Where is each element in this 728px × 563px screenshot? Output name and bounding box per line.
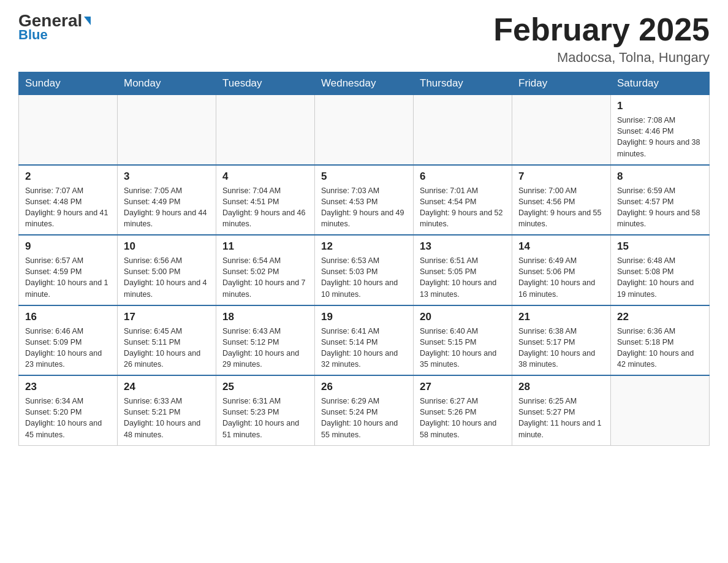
calendar-cell: 2Sunrise: 7:07 AMSunset: 4:48 PMDaylight…	[19, 165, 118, 236]
calendar-cell: 6Sunrise: 7:01 AMSunset: 4:54 PMDaylight…	[414, 165, 512, 236]
calendar-cell: 9Sunrise: 6:57 AMSunset: 4:59 PMDaylight…	[19, 235, 118, 305]
page-header: General Blue February 2025 Madocsa, Toln…	[18, 12, 710, 66]
title-section: February 2025 Madocsa, Tolna, Hungary	[493, 12, 710, 66]
day-info: Sunrise: 6:40 AMSunset: 5:15 PMDaylight:…	[420, 326, 506, 370]
day-number: 25	[222, 381, 308, 393]
calendar-week-row: 2Sunrise: 7:07 AMSunset: 4:48 PMDaylight…	[19, 165, 710, 236]
day-info: Sunrise: 6:57 AMSunset: 4:59 PMDaylight:…	[25, 255, 111, 300]
calendar-cell: 8Sunrise: 6:59 AMSunset: 4:57 PMDaylight…	[611, 165, 710, 236]
day-number: 1	[617, 100, 703, 112]
day-info: Sunrise: 7:04 AMSunset: 4:51 PMDaylight:…	[222, 185, 308, 230]
day-number: 22	[617, 311, 703, 323]
day-info: Sunrise: 6:59 AMSunset: 4:57 PMDaylight:…	[617, 185, 703, 230]
day-number: 16	[25, 311, 111, 323]
day-number: 20	[420, 311, 506, 323]
day-info: Sunrise: 6:36 AMSunset: 5:18 PMDaylight:…	[617, 326, 703, 370]
calendar-cell	[414, 95, 512, 165]
logo-bottom: Blue	[18, 27, 48, 43]
day-info: Sunrise: 7:08 AMSunset: 4:46 PMDaylight:…	[617, 115, 703, 159]
calendar-cell: 19Sunrise: 6:41 AMSunset: 5:14 PMDayligh…	[315, 305, 414, 376]
day-info: Sunrise: 6:27 AMSunset: 5:26 PMDaylight:…	[420, 396, 506, 440]
calendar-cell: 23Sunrise: 6:34 AMSunset: 5:20 PMDayligh…	[19, 375, 118, 445]
day-number: 9	[25, 240, 111, 253]
day-number: 24	[124, 381, 210, 393]
logo: General Blue	[18, 12, 91, 43]
day-number: 3	[124, 170, 210, 183]
calendar-cell: 16Sunrise: 6:46 AMSunset: 5:09 PMDayligh…	[19, 305, 118, 376]
calendar-day-header: Saturday	[611, 72, 710, 95]
day-info: Sunrise: 6:41 AMSunset: 5:14 PMDaylight:…	[321, 326, 407, 370]
calendar-cell: 13Sunrise: 6:51 AMSunset: 5:05 PMDayligh…	[414, 235, 512, 305]
day-info: Sunrise: 6:56 AMSunset: 5:00 PMDaylight:…	[124, 255, 210, 300]
calendar-cell: 25Sunrise: 6:31 AMSunset: 5:23 PMDayligh…	[216, 375, 315, 445]
day-info: Sunrise: 6:54 AMSunset: 5:02 PMDaylight:…	[222, 255, 308, 300]
calendar-cell	[118, 95, 216, 165]
day-number: 14	[518, 240, 604, 253]
day-info: Sunrise: 6:53 AMSunset: 5:03 PMDaylight:…	[321, 255, 407, 300]
day-info: Sunrise: 6:48 AMSunset: 5:08 PMDaylight:…	[617, 255, 703, 300]
day-info: Sunrise: 6:31 AMSunset: 5:23 PMDaylight:…	[222, 396, 308, 440]
calendar-cell: 7Sunrise: 7:00 AMSunset: 4:56 PMDaylight…	[512, 165, 611, 236]
day-info: Sunrise: 6:38 AMSunset: 5:17 PMDaylight:…	[518, 326, 604, 370]
calendar-cell: 24Sunrise: 6:33 AMSunset: 5:21 PMDayligh…	[118, 375, 216, 445]
day-number: 19	[321, 311, 407, 323]
calendar-day-header: Monday	[118, 72, 216, 95]
calendar-cell: 20Sunrise: 6:40 AMSunset: 5:15 PMDayligh…	[414, 305, 512, 376]
day-number: 28	[518, 381, 604, 393]
day-number: 2	[25, 170, 111, 183]
day-number: 7	[518, 170, 604, 183]
calendar-cell: 10Sunrise: 6:56 AMSunset: 5:00 PMDayligh…	[118, 235, 216, 305]
day-info: Sunrise: 7:03 AMSunset: 4:53 PMDaylight:…	[321, 185, 407, 230]
calendar-cell: 17Sunrise: 6:45 AMSunset: 5:11 PMDayligh…	[118, 305, 216, 376]
day-number: 6	[420, 170, 506, 183]
calendar-cell	[512, 95, 611, 165]
day-info: Sunrise: 6:34 AMSunset: 5:20 PMDaylight:…	[25, 396, 111, 440]
day-number: 23	[25, 381, 111, 393]
calendar-cell: 1Sunrise: 7:08 AMSunset: 4:46 PMDaylight…	[611, 95, 710, 165]
day-number: 21	[518, 311, 604, 323]
calendar-cell: 15Sunrise: 6:48 AMSunset: 5:08 PMDayligh…	[611, 235, 710, 305]
day-number: 13	[420, 240, 506, 253]
calendar-cell: 28Sunrise: 6:25 AMSunset: 5:27 PMDayligh…	[512, 375, 611, 445]
day-number: 27	[420, 381, 506, 393]
day-info: Sunrise: 6:45 AMSunset: 5:11 PMDaylight:…	[124, 326, 210, 370]
day-number: 12	[321, 240, 407, 253]
day-info: Sunrise: 7:05 AMSunset: 4:49 PMDaylight:…	[124, 185, 210, 230]
calendar-day-header: Wednesday	[315, 72, 414, 95]
day-number: 15	[617, 240, 703, 253]
calendar-cell: 22Sunrise: 6:36 AMSunset: 5:18 PMDayligh…	[611, 305, 710, 376]
day-number: 26	[321, 381, 407, 393]
calendar-cell: 14Sunrise: 6:49 AMSunset: 5:06 PMDayligh…	[512, 235, 611, 305]
calendar-day-header: Thursday	[414, 72, 512, 95]
calendar-week-row: 9Sunrise: 6:57 AMSunset: 4:59 PMDaylight…	[19, 235, 710, 305]
calendar-table: SundayMondayTuesdayWednesdayThursdayFrid…	[18, 72, 710, 446]
calendar-day-header: Sunday	[19, 72, 118, 95]
calendar-week-row: 23Sunrise: 6:34 AMSunset: 5:20 PMDayligh…	[19, 375, 710, 445]
day-info: Sunrise: 7:00 AMSunset: 4:56 PMDaylight:…	[518, 185, 604, 230]
calendar-cell: 26Sunrise: 6:29 AMSunset: 5:24 PMDayligh…	[315, 375, 414, 445]
day-number: 4	[222, 170, 308, 183]
day-number: 10	[124, 240, 210, 253]
day-number: 11	[222, 240, 308, 253]
calendar-cell	[315, 95, 414, 165]
day-info: Sunrise: 7:07 AMSunset: 4:48 PMDaylight:…	[25, 185, 111, 230]
day-number: 5	[321, 170, 407, 183]
calendar-cell: 11Sunrise: 6:54 AMSunset: 5:02 PMDayligh…	[216, 235, 315, 305]
day-number: 18	[222, 311, 308, 323]
day-info: Sunrise: 6:46 AMSunset: 5:09 PMDaylight:…	[25, 326, 111, 370]
calendar-cell: 18Sunrise: 6:43 AMSunset: 5:12 PMDayligh…	[216, 305, 315, 376]
calendar-cell: 12Sunrise: 6:53 AMSunset: 5:03 PMDayligh…	[315, 235, 414, 305]
calendar-day-header: Friday	[512, 72, 611, 95]
day-info: Sunrise: 6:49 AMSunset: 5:06 PMDaylight:…	[518, 255, 604, 300]
day-info: Sunrise: 6:33 AMSunset: 5:21 PMDaylight:…	[124, 396, 210, 440]
calendar-cell	[216, 95, 315, 165]
calendar-week-row: 1Sunrise: 7:08 AMSunset: 4:46 PMDaylight…	[19, 95, 710, 165]
calendar-day-header: Tuesday	[216, 72, 315, 95]
calendar-week-row: 16Sunrise: 6:46 AMSunset: 5:09 PMDayligh…	[19, 305, 710, 376]
calendar-cell: 21Sunrise: 6:38 AMSunset: 5:17 PMDayligh…	[512, 305, 611, 376]
calendar-cell: 3Sunrise: 7:05 AMSunset: 4:49 PMDaylight…	[118, 165, 216, 236]
location: Madocsa, Tolna, Hungary	[493, 50, 710, 66]
day-info: Sunrise: 6:29 AMSunset: 5:24 PMDaylight:…	[321, 396, 407, 440]
day-number: 8	[617, 170, 703, 183]
calendar-cell	[19, 95, 118, 165]
